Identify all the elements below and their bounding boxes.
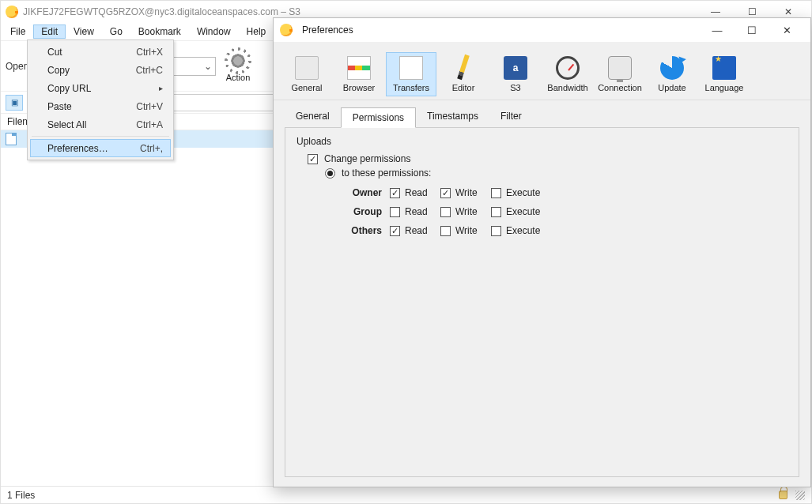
cat-language[interactable]: Language (699, 52, 750, 96)
to-these-permissions-label: to these permissions: (342, 167, 431, 179)
prefs-title: Preferences (302, 24, 353, 36)
menu-window[interactable]: Window (189, 24, 239, 39)
file-icon (6, 133, 17, 145)
prefs-tabs: General Permissions Timestamps Filter (274, 100, 810, 127)
menu-copy-url-label: Copy URL (47, 83, 91, 94)
status-text: 1 Files (7, 490, 35, 501)
tab-timestamps[interactable]: Timestamps (416, 107, 489, 127)
write-label: Write (455, 225, 478, 236)
tab-general[interactable]: General (285, 107, 341, 127)
column-filename[interactable]: Filen (4, 116, 28, 127)
app-icon (6, 6, 18, 18)
menu-paste[interactable]: Paste Ctrl+V (30, 97, 171, 115)
tab-filter[interactable]: Filter (489, 107, 533, 127)
resize-grip[interactable] (795, 491, 805, 500)
change-permissions-label: Change permissions (324, 153, 410, 164)
group-write-checkbox[interactable] (440, 207, 451, 217)
s3-icon: a (504, 56, 527, 80)
menu-bookmark[interactable]: Bookmark (130, 24, 189, 39)
group-read-checkbox[interactable] (390, 207, 400, 217)
edit-menu-dropdown: Cut Ctrl+X Copy Ctrl+C Copy URL ▸ Paste … (27, 39, 174, 160)
cat-s3[interactable]: aS3 (490, 52, 541, 96)
update-icon (660, 56, 684, 80)
menu-copy[interactable]: Copy Ctrl+C (30, 61, 171, 79)
execute-label: Execute (506, 187, 540, 198)
perm-row-owner: Owner Read Write Execute (341, 183, 787, 202)
to-these-permissions-radio[interactable] (325, 168, 335, 179)
group-execute-checkbox[interactable] (491, 207, 501, 217)
lock-icon (779, 491, 787, 499)
menu-separator (32, 136, 169, 137)
transfers-icon (399, 56, 423, 80)
language-icon (712, 56, 736, 80)
permissions-panel: Uploads Change permissions to these perm… (285, 127, 799, 477)
menu-copy-label: Copy (47, 65, 70, 76)
submenu-arrow-icon: ▸ (159, 84, 163, 92)
cat-editor[interactable]: Editor (438, 51, 489, 96)
others-read-checkbox[interactable] (390, 226, 400, 236)
change-permissions-checkbox[interactable] (308, 154, 318, 164)
prefs-close-button[interactable]: ✕ (769, 18, 804, 42)
read-label: Read (405, 187, 428, 198)
prefs-minimize-button[interactable]: — (700, 18, 735, 42)
menu-cut[interactable]: Cut Ctrl+X (30, 43, 171, 61)
editor-icon (457, 55, 470, 80)
cat-browser[interactable]: Browser (334, 52, 384, 96)
execute-label: Execute (506, 225, 540, 236)
menu-file[interactable]: File (2, 24, 33, 39)
cat-general[interactable]: General (281, 52, 332, 96)
cat-transfers[interactable]: Transfers (386, 52, 436, 96)
menu-preferences-shortcut: Ctrl+, (140, 143, 163, 154)
prefs-category-bar: General Browser Transfers Editor aS3 Ban… (274, 42, 810, 100)
status-right (779, 491, 805, 500)
tree-icon: ▣ (11, 98, 18, 107)
menu-help[interactable]: Help (239, 24, 274, 39)
menu-copy-shortcut: Ctrl+C (136, 65, 163, 76)
main-window-title: JIKFEJ72FEGWTQG5RZOX@nyc3.digitaloceansp… (23, 6, 300, 17)
menu-go[interactable]: Go (102, 24, 130, 39)
perm-role-group: Group (341, 206, 382, 217)
cat-connection[interactable]: Connection (595, 52, 645, 96)
menu-paste-shortcut: Ctrl+V (136, 101, 163, 112)
others-write-checkbox[interactable] (440, 226, 451, 236)
permissions-grid: Owner Read Write Execute Group Read Writ… (341, 183, 787, 240)
action-button[interactable]: Action (221, 51, 255, 82)
perm-row-group: Group Read Write Execute (341, 202, 787, 221)
menu-preferences[interactable]: Preferences… Ctrl+, (30, 139, 171, 157)
menu-edit[interactable]: Edit (33, 24, 66, 39)
write-label: Write (455, 187, 478, 198)
tab-permissions[interactable]: Permissions (341, 107, 416, 128)
menu-cut-label: Cut (47, 47, 62, 58)
owner-write-checkbox[interactable] (440, 188, 451, 198)
statusbar: 1 Files (1, 486, 811, 503)
bandwidth-icon (556, 56, 580, 80)
perm-role-others: Others (341, 225, 382, 236)
cat-bandwidth[interactable]: Bandwidth (542, 52, 593, 96)
execute-label: Execute (506, 206, 540, 217)
change-permissions-row: Change permissions (308, 153, 787, 164)
gear-icon (228, 51, 248, 71)
menu-select-all-shortcut: Ctrl+A (136, 119, 163, 130)
menu-preferences-label: Preferences… (47, 143, 108, 154)
perm-row-others: Others Read Write Execute (341, 221, 787, 240)
prefs-window-controls: — ☐ ✕ (700, 18, 804, 42)
tree-toggle-button[interactable]: ▣ (6, 95, 23, 111)
read-label: Read (405, 206, 428, 217)
menu-copy-url[interactable]: Copy URL ▸ (30, 79, 171, 97)
prefs-maximize-button[interactable]: ☐ (735, 18, 769, 42)
owner-execute-checkbox[interactable] (491, 188, 501, 198)
owner-read-checkbox[interactable] (390, 188, 400, 198)
menu-view[interactable]: View (66, 24, 102, 39)
menu-select-all-label: Select All (47, 119, 86, 130)
general-icon (295, 56, 319, 80)
chevron-down-icon: ⌄ (204, 61, 212, 72)
others-execute-checkbox[interactable] (491, 226, 501, 236)
menu-paste-label: Paste (47, 101, 72, 112)
preferences-window: Preferences — ☐ ✕ General Browser Transf… (273, 17, 811, 487)
uploads-group-title: Uploads (296, 136, 787, 147)
menu-select-all[interactable]: Select All Ctrl+A (30, 115, 171, 134)
prefs-titlebar: Preferences — ☐ ✕ (274, 18, 810, 42)
cat-update[interactable]: Update (647, 52, 697, 96)
read-label: Read (405, 225, 428, 236)
perm-role-owner: Owner (341, 187, 382, 198)
